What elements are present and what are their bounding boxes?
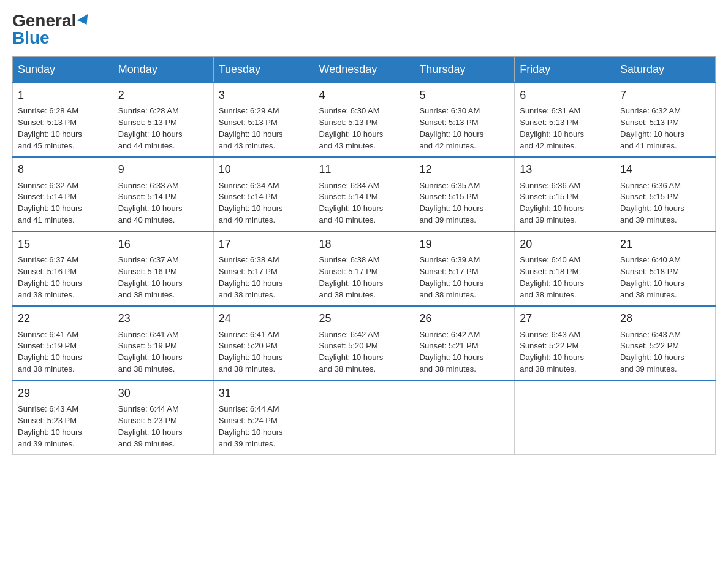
calendar-cell: 4 Sunrise: 6:30 AMSunset: 5:13 PMDayligh… [314, 83, 414, 157]
day-number: 23 [118, 310, 208, 326]
day-info: Sunrise: 6:28 AMSunset: 5:13 PMDaylight:… [18, 106, 82, 150]
calendar-cell: 27 Sunrise: 6:43 AMSunset: 5:22 PMDaylig… [515, 306, 615, 380]
day-info: Sunrise: 6:41 AMSunset: 5:19 PMDaylight:… [18, 330, 82, 374]
calendar-cell: 19 Sunrise: 6:39 AMSunset: 5:17 PMDaylig… [414, 232, 515, 306]
week-row-3: 15 Sunrise: 6:37 AMSunset: 5:16 PMDaylig… [13, 232, 716, 306]
calendar-cell [515, 381, 615, 455]
day-info: Sunrise: 6:28 AMSunset: 5:13 PMDaylight:… [118, 106, 183, 150]
day-number: 4 [319, 87, 409, 103]
week-row-5: 29 Sunrise: 6:43 AMSunset: 5:23 PMDaylig… [13, 381, 716, 455]
calendar-cell: 8 Sunrise: 6:32 AMSunset: 5:14 PMDayligh… [13, 157, 113, 231]
day-number: 31 [219, 385, 309, 401]
header-sunday: Sunday [13, 57, 113, 83]
day-number: 26 [419, 310, 509, 326]
day-info: Sunrise: 6:43 AMSunset: 5:22 PMDaylight:… [620, 330, 684, 374]
day-info: Sunrise: 6:40 AMSunset: 5:18 PMDaylight:… [620, 255, 684, 299]
day-number: 30 [118, 385, 208, 401]
calendar-cell: 18 Sunrise: 6:38 AMSunset: 5:17 PMDaylig… [314, 232, 414, 306]
day-info: Sunrise: 6:34 AMSunset: 5:14 PMDaylight:… [219, 181, 283, 225]
day-info: Sunrise: 6:30 AMSunset: 5:13 PMDaylight:… [319, 106, 384, 150]
day-info: Sunrise: 6:35 AMSunset: 5:15 PMDaylight:… [419, 181, 483, 225]
day-info: Sunrise: 6:31 AMSunset: 5:13 PMDaylight:… [520, 106, 584, 150]
day-info: Sunrise: 6:38 AMSunset: 5:17 PMDaylight:… [319, 255, 384, 299]
day-number: 11 [319, 161, 409, 177]
calendar-cell: 30 Sunrise: 6:44 AMSunset: 5:23 PMDaylig… [113, 381, 213, 455]
calendar-cell: 23 Sunrise: 6:41 AMSunset: 5:19 PMDaylig… [113, 306, 213, 380]
calendar-cell: 12 Sunrise: 6:35 AMSunset: 5:15 PMDaylig… [414, 157, 515, 231]
calendar-cell: 10 Sunrise: 6:34 AMSunset: 5:14 PMDaylig… [213, 157, 314, 231]
day-info: Sunrise: 6:42 AMSunset: 5:21 PMDaylight:… [419, 330, 483, 374]
calendar-cell: 31 Sunrise: 6:44 AMSunset: 5:24 PMDaylig… [213, 381, 314, 455]
calendar-cell: 15 Sunrise: 6:37 AMSunset: 5:16 PMDaylig… [13, 232, 113, 306]
calendar-cell: 20 Sunrise: 6:40 AMSunset: 5:18 PMDaylig… [515, 232, 615, 306]
day-number: 18 [319, 236, 409, 252]
day-number: 6 [520, 87, 610, 103]
header-monday: Monday [113, 57, 213, 83]
week-row-4: 22 Sunrise: 6:41 AMSunset: 5:19 PMDaylig… [13, 306, 716, 380]
day-number: 5 [419, 87, 509, 103]
day-info: Sunrise: 6:37 AMSunset: 5:16 PMDaylight:… [118, 255, 183, 299]
day-number: 1 [18, 87, 108, 103]
header-wednesday: Wednesday [314, 57, 414, 83]
calendar-cell: 5 Sunrise: 6:30 AMSunset: 5:13 PMDayligh… [414, 83, 515, 157]
day-number: 12 [419, 161, 509, 177]
logo: General Blue [12, 12, 91, 47]
day-info: Sunrise: 6:33 AMSunset: 5:14 PMDaylight:… [118, 181, 183, 225]
day-info: Sunrise: 6:43 AMSunset: 5:22 PMDaylight:… [520, 330, 584, 374]
day-number: 19 [419, 236, 509, 252]
day-number: 22 [18, 310, 108, 326]
calendar-cell: 11 Sunrise: 6:34 AMSunset: 5:14 PMDaylig… [314, 157, 414, 231]
day-number: 28 [620, 310, 710, 326]
calendar-cell: 6 Sunrise: 6:31 AMSunset: 5:13 PMDayligh… [515, 83, 615, 157]
day-number: 15 [18, 236, 108, 252]
day-info: Sunrise: 6:32 AMSunset: 5:13 PMDaylight:… [620, 106, 684, 150]
day-info: Sunrise: 6:41 AMSunset: 5:19 PMDaylight:… [118, 330, 183, 374]
calendar-cell: 13 Sunrise: 6:36 AMSunset: 5:15 PMDaylig… [515, 157, 615, 231]
day-info: Sunrise: 6:44 AMSunset: 5:23 PMDaylight:… [118, 404, 183, 448]
calendar-cell [314, 381, 414, 455]
day-number: 17 [219, 236, 309, 252]
calendar-cell: 29 Sunrise: 6:43 AMSunset: 5:23 PMDaylig… [13, 381, 113, 455]
day-number: 7 [620, 87, 710, 103]
day-number: 29 [18, 385, 108, 401]
week-row-2: 8 Sunrise: 6:32 AMSunset: 5:14 PMDayligh… [13, 157, 716, 231]
day-number: 8 [18, 161, 108, 177]
day-info: Sunrise: 6:40 AMSunset: 5:18 PMDaylight:… [520, 255, 584, 299]
calendar-cell: 16 Sunrise: 6:37 AMSunset: 5:16 PMDaylig… [113, 232, 213, 306]
calendar-cell [615, 381, 716, 455]
calendar-cell: 14 Sunrise: 6:36 AMSunset: 5:15 PMDaylig… [615, 157, 716, 231]
header-tuesday: Tuesday [213, 57, 314, 83]
calendar-cell: 28 Sunrise: 6:43 AMSunset: 5:22 PMDaylig… [615, 306, 716, 380]
page-header: General Blue [12, 12, 716, 47]
header-saturday: Saturday [615, 57, 716, 83]
day-number: 16 [118, 236, 208, 252]
day-number: 24 [219, 310, 309, 326]
week-row-1: 1 Sunrise: 6:28 AMSunset: 5:13 PMDayligh… [13, 83, 716, 157]
calendar-cell: 22 Sunrise: 6:41 AMSunset: 5:19 PMDaylig… [13, 306, 113, 380]
day-number: 14 [620, 161, 710, 177]
header-row: SundayMondayTuesdayWednesdayThursdayFrid… [13, 57, 716, 83]
day-info: Sunrise: 6:29 AMSunset: 5:13 PMDaylight:… [219, 106, 283, 150]
day-number: 10 [219, 161, 309, 177]
calendar-table: SundayMondayTuesdayWednesdayThursdayFrid… [12, 56, 716, 455]
day-info: Sunrise: 6:39 AMSunset: 5:17 PMDaylight:… [419, 255, 483, 299]
day-number: 2 [118, 87, 208, 103]
calendar-cell: 26 Sunrise: 6:42 AMSunset: 5:21 PMDaylig… [414, 306, 515, 380]
day-info: Sunrise: 6:38 AMSunset: 5:17 PMDaylight:… [219, 255, 283, 299]
day-info: Sunrise: 6:44 AMSunset: 5:24 PMDaylight:… [219, 404, 283, 448]
logo-general-text: General [12, 12, 91, 29]
day-number: 21 [620, 236, 710, 252]
day-info: Sunrise: 6:42 AMSunset: 5:20 PMDaylight:… [319, 330, 384, 374]
day-info: Sunrise: 6:41 AMSunset: 5:20 PMDaylight:… [219, 330, 283, 374]
day-info: Sunrise: 6:37 AMSunset: 5:16 PMDaylight:… [18, 255, 82, 299]
calendar-cell: 25 Sunrise: 6:42 AMSunset: 5:20 PMDaylig… [314, 306, 414, 380]
day-info: Sunrise: 6:30 AMSunset: 5:13 PMDaylight:… [419, 106, 483, 150]
day-number: 9 [118, 161, 208, 177]
calendar-cell: 7 Sunrise: 6:32 AMSunset: 5:13 PMDayligh… [615, 83, 716, 157]
day-info: Sunrise: 6:32 AMSunset: 5:14 PMDaylight:… [18, 181, 82, 225]
header-friday: Friday [515, 57, 615, 83]
day-info: Sunrise: 6:34 AMSunset: 5:14 PMDaylight:… [319, 181, 384, 225]
calendar-cell: 21 Sunrise: 6:40 AMSunset: 5:18 PMDaylig… [615, 232, 716, 306]
day-number: 13 [520, 161, 610, 177]
header-thursday: Thursday [414, 57, 515, 83]
